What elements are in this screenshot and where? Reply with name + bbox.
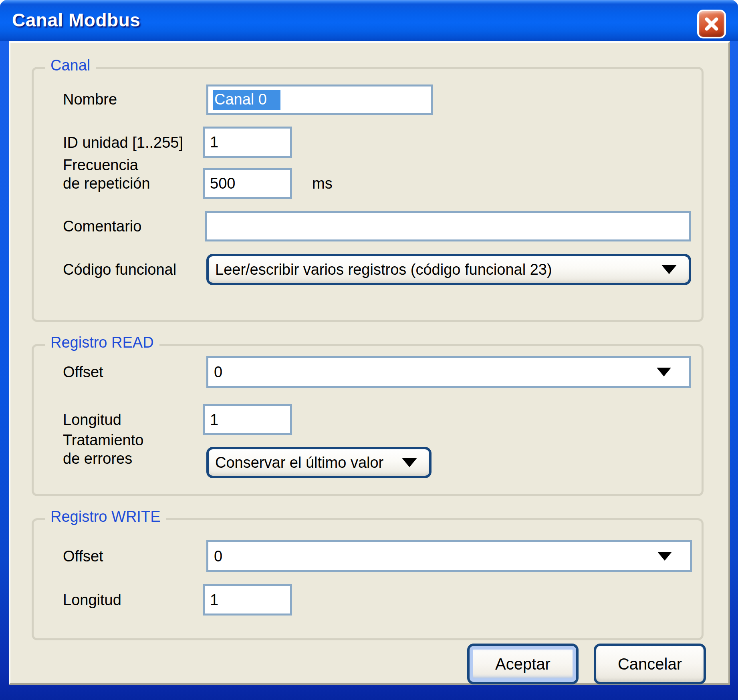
chevron-down-icon [657,552,672,561]
tratamiento-errores-dropdown[interactable]: Conservar el último valor [206,447,432,478]
read-offset-label: Offset [63,363,103,381]
write-offset-combobox[interactable]: 0 [206,540,692,572]
tratamiento-label-line1: Tratamiento [63,431,143,449]
frecuencia-input[interactable]: 500 [203,168,292,199]
group-registro-read-label: Registro READ [45,334,159,351]
write-longitud-value: 1 [210,591,218,609]
read-offset-value: 0 [214,364,222,381]
read-longitud-label: Longitud [63,410,121,429]
frecuencia-unit-label: ms [312,174,333,193]
cancelar-button[interactable]: Cancelar [594,644,706,684]
window-title: Canal Modbus [12,0,140,40]
frecuencia-label-line2: de repetición [63,174,150,193]
id-unidad-input[interactable]: 1 [203,127,292,158]
write-longitud-label: Longitud [63,591,121,609]
id-unidad-value: 1 [210,134,218,151]
tratamiento-errores-label: Tratamiento de errores [63,431,143,468]
nombre-label: Nombre [63,90,117,109]
chevron-down-icon [657,368,671,376]
comentario-label: Comentario [63,217,141,235]
tratamiento-errores-value: Conservar el último valor [215,454,383,471]
codigo-funcional-value: Leer/escribir varios registros (código f… [215,261,552,278]
group-registro-write-label: Registro WRITE [45,508,166,525]
nombre-selected-text: Canal 0 [213,90,280,110]
id-unidad-label: ID unidad [1..255] [63,133,183,152]
read-offset-combobox[interactable]: 0 [206,356,691,388]
titlebar[interactable]: Canal Modbus [0,0,738,41]
close-button[interactable] [697,10,726,38]
read-longitud-input[interactable]: 1 [203,404,292,435]
canal-modbus-dialog: Canal Modbus Canal Nombre Canal 0 ID uni… [0,0,738,700]
group-canal-label: Canal [45,57,96,74]
aceptar-button[interactable]: Aceptar [467,644,579,684]
chevron-down-icon [661,265,677,274]
read-longitud-value: 1 [210,411,218,428]
aceptar-button-label: Aceptar [495,655,550,673]
codigo-funcional-dropdown[interactable]: Leer/escribir varios registros (código f… [206,254,691,285]
write-longitud-input[interactable]: 1 [203,584,292,616]
chevron-down-icon [402,458,417,467]
codigo-funcional-label: Código funcional [63,260,176,279]
nombre-input[interactable]: Canal 0 [206,84,433,115]
frecuencia-label: Frecuencia de repetición [63,156,150,193]
dialog-body: Canal Nombre Canal 0 ID unidad [1..255] … [9,41,730,685]
cancelar-button-label: Cancelar [618,655,682,673]
frecuencia-label-line1: Frecuencia [63,156,150,174]
write-offset-label: Offset [63,547,103,565]
close-icon [703,15,720,33]
frecuencia-value: 500 [210,175,235,192]
tratamiento-label-line2: de errores [63,449,143,468]
group-registro-write: Registro WRITE [32,518,704,640]
write-offset-value: 0 [214,548,222,565]
comentario-input[interactable] [205,211,691,241]
